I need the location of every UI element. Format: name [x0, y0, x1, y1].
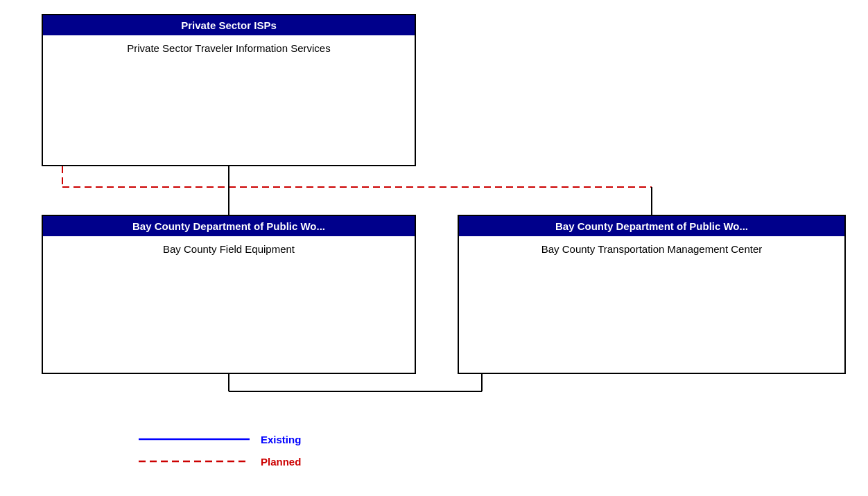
- tmc-box: Bay County Department of Public Wo... Ba…: [458, 215, 846, 374]
- isp-body: Private Sector Traveler Information Serv…: [43, 35, 415, 61]
- isp-box: Private Sector ISPs Private Sector Trave…: [42, 14, 416, 166]
- field-header: Bay County Department of Public Wo...: [43, 216, 415, 236]
- field-body: Bay County Field Equipment: [43, 236, 415, 262]
- planned-line-svg: [139, 454, 250, 468]
- legend-existing: Existing: [139, 432, 301, 446]
- legend-planned: Planned: [139, 454, 301, 468]
- existing-line-container: [139, 432, 250, 446]
- isp-header: Private Sector ISPs: [43, 15, 415, 35]
- tmc-header: Bay County Department of Public Wo...: [459, 216, 844, 236]
- planned-line-container: [139, 454, 250, 468]
- existing-line-svg: [139, 432, 250, 446]
- planned-label: Planned: [261, 456, 301, 468]
- diagram-container: Private Sector ISPs Private Sector Trave…: [0, 0, 868, 496]
- tmc-body: Bay County Transportation Management Cen…: [459, 236, 844, 262]
- field-box: Bay County Department of Public Wo... Ba…: [42, 215, 416, 374]
- existing-label: Existing: [261, 434, 301, 445]
- legend: Existing Planned: [139, 432, 301, 468]
